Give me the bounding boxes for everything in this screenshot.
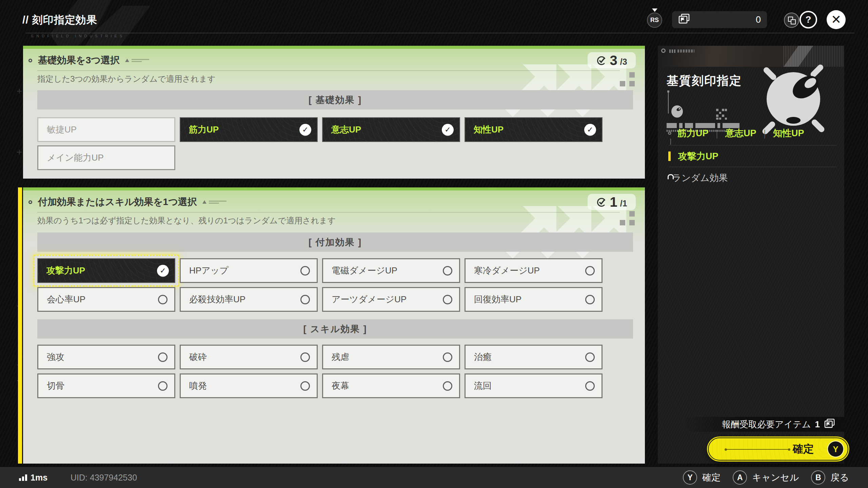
- title-underline: [37, 70, 620, 71]
- skill-section-bar: [ スキル効果 ]: [37, 319, 633, 339]
- plus-decoration: [17, 89, 22, 94]
- radio-icon: [300, 295, 310, 304]
- option-skill-sekkotsu[interactable]: 切骨: [37, 373, 175, 398]
- line-decoration: [726, 449, 789, 450]
- qr-decoration: [716, 109, 727, 120]
- confirm-button[interactable]: 確定 Y: [708, 438, 848, 461]
- title-underline: [37, 212, 620, 212]
- hint-cancel[interactable]: A キャンセル: [733, 470, 799, 485]
- sidebar-title: 基質刻印指定: [667, 73, 742, 89]
- divider: [669, 145, 837, 145]
- radio-icon: [300, 381, 310, 391]
- gamepad-a-icon: A: [733, 470, 747, 485]
- option-skill-funpatsu[interactable]: 噴発: [180, 373, 318, 398]
- option-skill-yomaku[interactable]: 夜幕: [322, 373, 460, 398]
- square-decoration: [629, 211, 635, 217]
- option-will-up[interactable]: 意志UP ✓: [322, 117, 460, 142]
- radio-icon: [158, 352, 167, 362]
- rs-label: RS: [650, 17, 659, 24]
- hint-back[interactable]: B 戻る: [811, 470, 849, 485]
- radio-icon: [443, 352, 452, 362]
- extra-panel-title: 付加効果またはスキル効果を1つ選択: [38, 196, 197, 208]
- close-icon: ✕: [831, 13, 841, 27]
- option-skill-kyouko[interactable]: 強攻: [37, 345, 175, 369]
- help-button[interactable]: ?: [800, 11, 817, 28]
- currency-counter[interactable]: 0: [672, 11, 767, 28]
- title-bullet-icon: [28, 200, 32, 204]
- option-skill-zangyaku[interactable]: 残虐: [322, 345, 460, 369]
- status-bar: 1ms UID: 4397942530 Y 確定 A キャンセル B 戻る: [0, 467, 868, 488]
- connector-line: [670, 139, 671, 145]
- ring-decoration: [661, 48, 666, 53]
- counter-value: 1: [610, 195, 617, 209]
- endfield-watermark-text: ENDFIELD INDUSTRIES: [31, 34, 125, 38]
- reward-label: 報酬受取必要アイテム: [722, 419, 811, 430]
- option-skill-hasai[interactable]: 破砕: [180, 345, 318, 369]
- radio-icon: [585, 381, 595, 391]
- divider: [669, 167, 837, 167]
- switch-instance-button[interactable]: [784, 13, 799, 28]
- radio-icon: [443, 266, 452, 276]
- title-decoration-icon: [125, 59, 149, 62]
- radio-icon: [300, 352, 310, 362]
- option-electric-dmg-up[interactable]: 電磁ダメージUP: [322, 258, 460, 283]
- screen: // 刻印指定効果 ENDFIELD INDUSTRIES RS 0 ? ✕ 基…: [0, 0, 868, 488]
- effect-will: 意志UP: [725, 127, 756, 139]
- counter-suffix: /3: [620, 54, 627, 67]
- hint-confirm[interactable]: Y 確定: [683, 470, 721, 485]
- radio-icon: [300, 266, 310, 276]
- square-decoration: [629, 72, 635, 78]
- page-title: // 刻印指定効果: [22, 13, 97, 27]
- gamepad-y-icon: Y: [683, 470, 697, 485]
- square-decoration: [620, 220, 625, 225]
- option-attack-up[interactable]: 攻撃力UP ✓: [37, 258, 175, 283]
- effect-attack: 攻撃力UP: [678, 150, 718, 162]
- basic-counter: 3 /3: [588, 52, 636, 68]
- header-divider: [26, 33, 854, 33]
- uid-value: UID: 4397942530: [71, 473, 137, 483]
- option-agility-up[interactable]: 敏捷UP: [37, 117, 175, 142]
- extra-section-bar: [ 付加効果 ]: [37, 232, 633, 252]
- title-bullet-icon: [28, 59, 32, 62]
- ping-value: 1ms: [31, 473, 47, 483]
- option-crit-rate-up[interactable]: 会心率UP: [37, 287, 175, 312]
- radio-icon: [443, 295, 452, 304]
- rs-stick-button[interactable]: RS: [647, 13, 662, 28]
- extra-effect-row: 攻撃力UP: [658, 150, 844, 162]
- basic-effects-row: 筋力UP ｜ 意志UP ｜ 知性UP: [658, 127, 844, 139]
- reward-requirement: 報酬受取必要アイテム 1: [682, 417, 844, 432]
- ticket-item-icon: [824, 419, 835, 430]
- option-strength-up[interactable]: 筋力UP ✓: [180, 117, 318, 142]
- gamepad-b-icon: B: [811, 470, 825, 485]
- option-frost-dmg-up[interactable]: 寒冷ダメージUP: [465, 258, 603, 283]
- separator: ｜: [709, 127, 725, 139]
- confirm-label: 確定: [793, 442, 814, 456]
- option-skill-ryuukai[interactable]: 流回: [465, 373, 603, 398]
- option-hp-up[interactable]: HPアップ: [180, 258, 318, 283]
- gamepad-y-icon: Y: [828, 442, 843, 457]
- radio-icon: [585, 295, 595, 304]
- option-intellect-up[interactable]: 知性UP ✓: [465, 117, 603, 142]
- option-arts-dmg-up[interactable]: アーツダメージUP: [322, 287, 460, 312]
- extra-counter: 1 /1: [588, 194, 636, 210]
- ticket-item-icon: [678, 14, 690, 26]
- basic-panel-title: 基礎効果を3つ選択: [38, 54, 120, 67]
- radio-icon: [443, 381, 452, 391]
- effect-random: ランダム効果: [672, 172, 728, 184]
- check-icon: ✓: [157, 265, 169, 277]
- square-decoration: [629, 81, 635, 86]
- option-healing-eff-up[interactable]: 回復効率UP: [465, 287, 603, 312]
- check-icon: ✓: [584, 124, 596, 136]
- option-skill-chiyu[interactable]: 治癒: [465, 345, 603, 369]
- effect-strength: 筋力UP: [677, 127, 709, 139]
- option-ultimate-eff-up[interactable]: 必殺技効率UP: [180, 287, 318, 312]
- title-decoration-icon: [202, 200, 226, 204]
- plus-decoration: [17, 150, 22, 155]
- overlap-squares-icon: [788, 17, 793, 22]
- separator: ｜: [756, 127, 773, 139]
- check-circle-icon: [596, 55, 607, 66]
- check-circle-icon: [596, 197, 607, 207]
- option-main-ability-up[interactable]: メイン能力UP: [37, 145, 175, 170]
- counter-suffix: /1: [620, 196, 627, 208]
- close-button[interactable]: ✕: [827, 10, 846, 29]
